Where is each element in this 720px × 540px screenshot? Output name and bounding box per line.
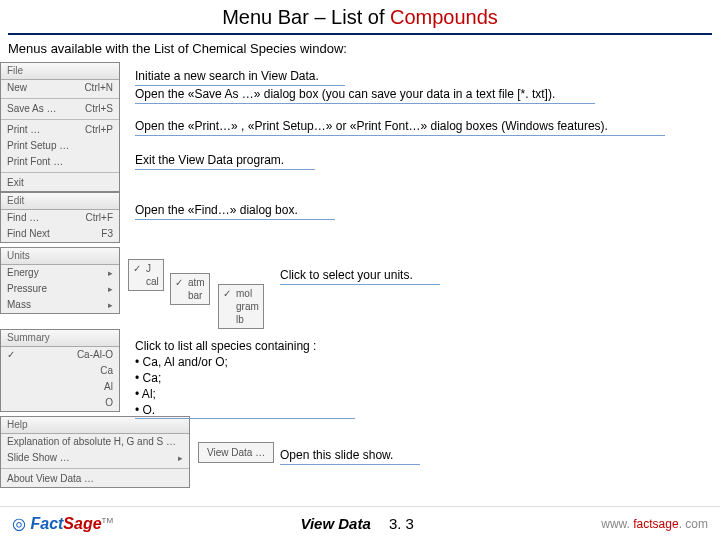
file-menu-head[interactable]: File <box>1 63 119 80</box>
unit-bar[interactable]: bar <box>175 289 205 302</box>
help-menu-head[interactable]: Help <box>1 417 189 434</box>
file-new[interactable]: NewCtrl+N <box>1 80 119 96</box>
file-print-font[interactable]: Print Font … <box>1 154 119 170</box>
desc-exit-text: Exit the View Data program. <box>135 152 315 170</box>
unit-lb-label: lb <box>236 313 244 326</box>
separator <box>1 172 119 173</box>
edit-menu-head[interactable]: Edit <box>1 193 119 210</box>
units-energy-label: Energy <box>7 266 39 280</box>
desc-new: Initiate a new search in View Data. <box>135 68 710 88</box>
footer-url: www. factsage. com <box>601 517 708 531</box>
page-title: Menu Bar – List of Compounds <box>0 0 720 31</box>
pressure-submenu: ✓atm bar <box>170 273 210 305</box>
edit-findnext-shortcut: F3 <box>101 227 113 241</box>
unit-j[interactable]: ✓J <box>133 262 159 275</box>
units-mass-label: Mass <box>7 298 31 312</box>
desc-find-text: Open the «Find…» dialog box. <box>135 202 335 220</box>
desc-print: Open the «Print…» , «Print Setup…» or «P… <box>135 118 710 138</box>
unit-atm-label: atm <box>188 276 205 289</box>
edit-find-next[interactable]: Find NextF3 <box>1 226 119 242</box>
summary-o[interactable]: O <box>1 395 119 411</box>
footer-center: View Data 3. 3 <box>113 515 601 532</box>
units-menu-head[interactable]: Units <box>1 248 119 265</box>
desc-new-text: Initiate a new search in View Data. <box>135 68 345 86</box>
chevron-right-icon: ▸ <box>108 282 113 296</box>
edit-find[interactable]: Find …Ctrl+F <box>1 210 119 226</box>
desc-list-3: • Al; <box>135 386 355 402</box>
units-energy[interactable]: Energy▸ <box>1 265 119 281</box>
help-slideshow[interactable]: Slide Show …▸ <box>1 450 189 466</box>
unit-gram-label: gram <box>236 300 259 313</box>
help-about[interactable]: About View Data … <box>1 471 189 487</box>
summary-ca[interactable]: Ca <box>1 363 119 379</box>
edit-find-shortcut: Ctrl+F <box>86 211 114 225</box>
units-mass[interactable]: Mass▸ <box>1 297 119 313</box>
summary-menu-head[interactable]: Summary <box>1 330 119 347</box>
separator <box>1 468 189 469</box>
desc-find: Open the «Find…» dialog box. <box>135 202 710 222</box>
chevron-right-icon: ▸ <box>108 266 113 280</box>
url-post: . com <box>679 517 708 531</box>
desc-saveas: Open the «Save As …» dialog box (you can… <box>135 86 710 106</box>
file-saveas[interactable]: Save As …Ctrl+S <box>1 101 119 117</box>
chevron-right-icon: ▸ <box>108 298 113 312</box>
globe-icon: ◎ <box>12 515 26 532</box>
checkmark-icon: ✓ <box>223 287 232 300</box>
footer: ◎ FactSageTM View Data 3. 3 www. factsag… <box>0 506 720 540</box>
unit-mol-label: mol <box>236 287 252 300</box>
file-exit-label: Exit <box>7 176 24 190</box>
subtitle: Menus available with the List of Chemica… <box>0 37 720 62</box>
slideshow-viewdata[interactable]: View Data … <box>207 446 265 459</box>
title-accent: Compounds <box>390 6 498 28</box>
file-print[interactable]: Print …Ctrl+P <box>1 122 119 138</box>
logo-tm: TM <box>102 516 114 525</box>
file-font-label: Print Font … <box>7 155 63 169</box>
units-pressure-label: Pressure <box>7 282 47 296</box>
desc-species-list: Click to list all species containing : •… <box>135 338 355 419</box>
desc-print-text: Open the «Print…» , «Print Setup…» or «P… <box>135 118 665 136</box>
unit-gram[interactable]: gram <box>223 300 259 313</box>
unit-cal[interactable]: cal <box>133 275 159 288</box>
help-about-label: About View Data … <box>7 472 94 486</box>
desc-list-head: Click to list all species containing : <box>135 338 355 354</box>
footer-viewdata: View Data <box>300 515 370 532</box>
title-prefix: Menu Bar – List of <box>222 6 390 28</box>
desc-list-1: • Ca, Al and/or O; <box>135 354 355 370</box>
unit-atm[interactable]: ✓atm <box>175 276 205 289</box>
logo-sage: Sage <box>63 515 101 532</box>
factsage-logo: ◎ FactSageTM <box>12 514 113 533</box>
slideshow-viewdata-label: View Data … <box>207 446 265 459</box>
checkmark-icon: ✓ <box>7 348 16 362</box>
summary-caalo[interactable]: ✓Ca-Al-O <box>1 347 119 363</box>
units-menu-panel: Units Energy▸ Pressure▸ Mass▸ <box>0 247 120 314</box>
units-pressure[interactable]: Pressure▸ <box>1 281 119 297</box>
unit-mol[interactable]: ✓mol <box>223 287 259 300</box>
desc-list-4: • O. <box>135 402 355 419</box>
content-area: File NewCtrl+N Save As …Ctrl+S Print …Ct… <box>0 62 720 482</box>
desc-slideshow: Open this slide show. <box>280 447 420 467</box>
file-print-label: Print … <box>7 123 40 137</box>
checkmark-icon: ✓ <box>175 276 184 289</box>
separator <box>1 119 119 120</box>
help-explanation[interactable]: Explanation of absolute H, G and S … <box>1 434 189 450</box>
edit-menu-panel: Edit Find …Ctrl+F Find NextF3 <box>0 192 120 243</box>
help-explanation-label: Explanation of absolute H, G and S … <box>7 435 176 449</box>
file-print-shortcut: Ctrl+P <box>85 123 113 137</box>
checkmark-icon: ✓ <box>133 262 142 275</box>
unit-lb[interactable]: lb <box>223 313 259 326</box>
summary-caalo-label: Ca-Al-O <box>77 348 113 362</box>
logo-fact: Fact <box>30 515 63 532</box>
desc-units-text: Click to select your units. <box>280 267 440 285</box>
file-setup-label: Print Setup … <box>7 139 69 153</box>
file-exit[interactable]: Exit <box>1 175 119 191</box>
separator <box>1 98 119 99</box>
summary-al[interactable]: Al <box>1 379 119 395</box>
summary-al-label: Al <box>104 380 113 394</box>
energy-submenu: ✓J cal <box>128 259 164 291</box>
desc-exit: Exit the View Data program. <box>135 152 710 172</box>
file-print-setup[interactable]: Print Setup … <box>1 138 119 154</box>
url-pre: www. <box>601 517 633 531</box>
url-mid: factsage <box>633 517 678 531</box>
chevron-right-icon: ▸ <box>178 451 183 465</box>
edit-find-label: Find … <box>7 211 39 225</box>
